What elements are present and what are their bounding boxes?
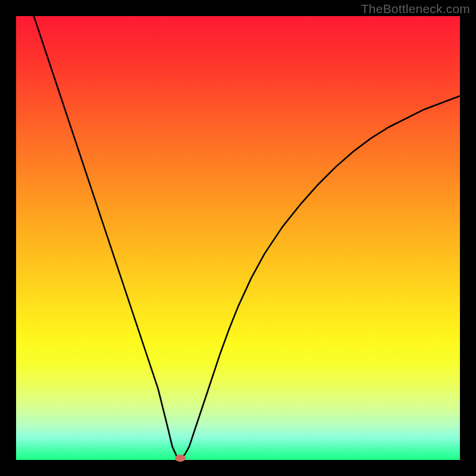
optimal-marker [175, 455, 186, 462]
plot-area [16, 16, 460, 460]
bottleneck-curve [16, 16, 460, 460]
chart-frame: TheBottleneck.com [0, 0, 476, 476]
watermark: TheBottleneck.com [361, 2, 470, 16]
